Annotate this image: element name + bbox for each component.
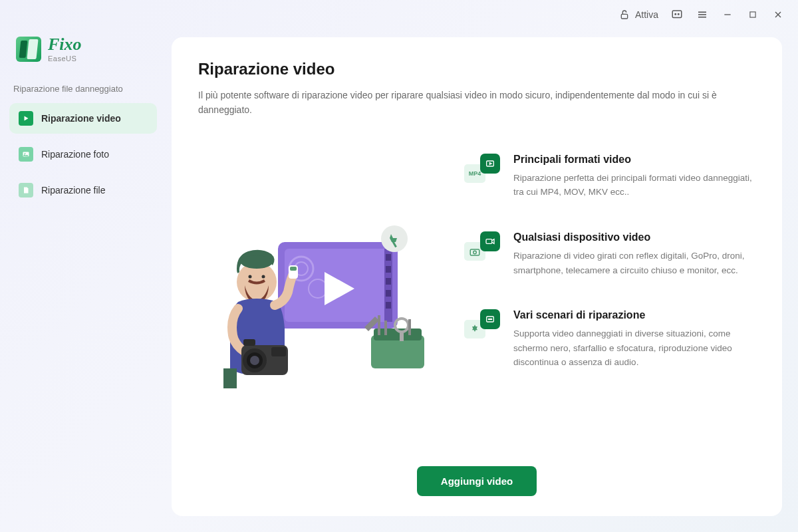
- feature-title: Qualsiasi dispositivo video: [513, 231, 755, 243]
- feature-scenarios: Vari scenari di riparazione Supporta vid…: [464, 309, 755, 370]
- sidebar-section-label: Riparazione file danneggiato: [9, 78, 157, 103]
- svg-point-55: [489, 319, 490, 319]
- page-description: Il più potente software di riparazione v…: [198, 88, 755, 118]
- svg-rect-34: [408, 319, 411, 335]
- feature-desc: Riparazione perfetta dei principali form…: [513, 171, 755, 200]
- logo: Fixo EaseUS: [9, 29, 157, 78]
- logo-icon: [16, 37, 41, 62]
- layout: Fixo EaseUS Riparazione file danneggiato…: [0, 29, 798, 532]
- scenarios-icon: [464, 309, 500, 341]
- page-title: Riparazione video: [198, 60, 755, 78]
- feature-desc: Supporta video danneggiati in diverse si…: [513, 327, 755, 370]
- play-icon: [19, 111, 33, 126]
- svg-point-37: [249, 275, 252, 278]
- svg-marker-11: [25, 116, 29, 121]
- minimize-icon[interactable]: [721, 8, 734, 21]
- svg-rect-20: [386, 290, 391, 297]
- sidebar: Fixo EaseUS Riparazione file danneggiato…: [0, 29, 166, 532]
- svg-rect-47: [243, 339, 255, 346]
- activate-button[interactable]: Attiva: [618, 8, 658, 21]
- file-icon: [19, 183, 33, 198]
- svg-rect-39: [223, 368, 237, 388]
- svg-rect-21: [386, 302, 391, 309]
- svg-rect-33: [400, 332, 404, 341]
- svg-point-54: [488, 319, 489, 319]
- activate-label: Attiva: [635, 9, 658, 20]
- logo-name: Fixo: [48, 36, 82, 53]
- svg-point-45: [250, 356, 259, 365]
- add-video-button[interactable]: Aggiungi video: [417, 466, 537, 496]
- formats-icon: MP4: [464, 154, 500, 186]
- svg-point-56: [491, 319, 491, 319]
- svg-rect-52: [486, 239, 492, 244]
- logo-subtitle: EaseUS: [48, 55, 82, 63]
- sidebar-item-photo-repair[interactable]: Riparazione foto: [9, 139, 157, 170]
- svg-rect-8: [750, 12, 755, 17]
- titlebar: Attiva: [0, 0, 798, 29]
- feature-title: Vari scenari di riparazione: [513, 309, 755, 321]
- svg-rect-17: [386, 254, 391, 261]
- feature-devices: Qualsiasi dispositivo video Riparazione …: [464, 231, 755, 277]
- menu-icon[interactable]: [696, 8, 709, 21]
- sidebar-item-file-repair[interactable]: Riparazione file: [9, 175, 157, 205]
- lock-icon: [618, 8, 631, 21]
- sidebar-item-label: Riparazione video: [41, 113, 121, 124]
- feature-formats: MP4 Principali formati video Riparazione…: [464, 154, 755, 200]
- svg-point-51: [473, 251, 477, 254]
- main: Riparazione video Il più potente softwar…: [166, 29, 798, 532]
- svg-point-38: [262, 275, 265, 278]
- svg-marker-49: [489, 162, 491, 164]
- sidebar-item-label: Riparazione file: [41, 185, 106, 196]
- svg-point-2: [675, 14, 676, 15]
- maximize-icon[interactable]: [746, 8, 759, 21]
- features-list: MP4 Principali formati video Riparazione…: [464, 144, 755, 453]
- svg-rect-50: [470, 249, 479, 255]
- svg-point-13: [25, 153, 26, 154]
- cta-row: Aggiungi video: [198, 466, 755, 496]
- svg-point-3: [678, 14, 680, 15]
- svg-rect-1: [672, 11, 682, 18]
- image-icon: [19, 147, 33, 162]
- svg-rect-41: [290, 267, 297, 271]
- svg-rect-19: [386, 278, 391, 285]
- svg-rect-31: [384, 321, 387, 335]
- devices-icon: [464, 231, 500, 263]
- feedback-icon[interactable]: [670, 8, 684, 21]
- svg-rect-0: [621, 14, 627, 19]
- svg-point-36: [241, 255, 273, 269]
- illustration: [198, 144, 438, 453]
- close-icon[interactable]: [771, 8, 785, 21]
- svg-rect-30: [378, 315, 380, 335]
- sidebar-item-video-repair[interactable]: Riparazione video: [9, 103, 157, 134]
- svg-rect-46: [271, 347, 286, 356]
- feature-title: Principali formati video: [513, 154, 755, 166]
- svg-rect-18: [386, 266, 391, 273]
- content-card: Riparazione video Il più potente softwar…: [172, 37, 782, 516]
- content-row: MP4 Principali formati video Riparazione…: [198, 144, 755, 453]
- feature-desc: Riparazione di video girati con reflex d…: [513, 249, 755, 277]
- sidebar-item-label: Riparazione foto: [41, 149, 109, 160]
